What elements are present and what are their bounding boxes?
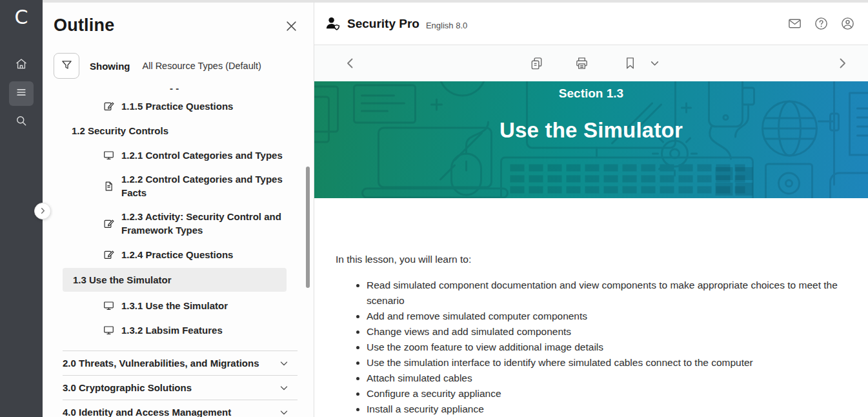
outline-section-label: 2.0 Threats, Vulnerabilities, and Migrat… bbox=[63, 358, 259, 369]
top-strip bbox=[43, 0, 868, 3]
panel-expand-button[interactable] bbox=[34, 203, 51, 219]
copy-button[interactable] bbox=[529, 56, 544, 71]
outline-item-label: 1.2 Security Controls bbox=[72, 125, 168, 136]
close-icon bbox=[286, 23, 297, 34]
outline-item-label: 1.2.2 Control Categories and Types Facts bbox=[121, 172, 284, 199]
edit-icon bbox=[103, 101, 114, 112]
chevron-down-icon bbox=[279, 383, 288, 392]
outline-list: - - 1.1.5 Practice Questions 1.2 Securit… bbox=[43, 85, 314, 417]
previous-page-button[interactable] bbox=[344, 57, 357, 70]
account-button[interactable] bbox=[840, 16, 855, 32]
outline-section-3-0[interactable]: 3.0 Cryptographic Solutions bbox=[63, 375, 298, 400]
outline-item-label: 1.2.1 Control Categories and Types bbox=[121, 148, 283, 162]
monitor-icon bbox=[103, 300, 114, 311]
lesson-intro: In this lesson, you will learn to: bbox=[336, 252, 842, 267]
outline-item-label: 1.2.3 Activity: Security Control and Fra… bbox=[121, 210, 284, 237]
search-icon bbox=[15, 114, 28, 130]
course-edition: English 8.0 bbox=[426, 21, 467, 30]
edit-icon bbox=[103, 249, 114, 260]
outline-item-1-2[interactable]: 1.2 Security Controls bbox=[43, 118, 314, 143]
outline-item-label: 1.2.4 Practice Questions bbox=[121, 248, 233, 261]
course-title: Security Pro bbox=[347, 17, 419, 31]
filter-funnel-icon bbox=[61, 59, 73, 74]
outline-title: Outline bbox=[54, 15, 114, 36]
outline-item-partial[interactable]: - - bbox=[43, 85, 314, 94]
lesson-objectives-list: Read simulated component documentation a… bbox=[336, 278, 842, 417]
outline-item-1-3-selected[interactable]: 1.3 Use the Simulator bbox=[63, 268, 287, 292]
outline-item-1-2-2[interactable]: 1.2.2 Control Categories and Types Facts bbox=[43, 167, 314, 205]
edit-icon bbox=[103, 218, 114, 229]
print-button[interactable] bbox=[574, 56, 589, 71]
lesson-objective: Use the zoom feature to view additional … bbox=[367, 340, 842, 355]
monitor-icon bbox=[103, 150, 114, 161]
sidebar-item-search[interactable] bbox=[9, 110, 34, 134]
sidebar-item-outline[interactable] bbox=[9, 81, 34, 106]
chevron-down-icon bbox=[279, 408, 288, 417]
outline-section-4-0[interactable]: 4.0 Identity and Access Management bbox=[63, 400, 298, 417]
mail-button[interactable] bbox=[787, 16, 802, 32]
main-content: Security Pro English 8.0 bbox=[314, 3, 868, 417]
lesson-title: Use the Simulator bbox=[314, 118, 868, 143]
sidebar-item-home[interactable] bbox=[9, 53, 34, 77]
filter-button[interactable] bbox=[54, 53, 79, 79]
outline-item-1-2-3[interactable]: 1.2.3 Activity: Security Control and Fra… bbox=[43, 205, 314, 242]
lesson-objective: Change views and add simulated component… bbox=[367, 324, 842, 340]
outline-item-label: 1.3 Use the Simulator bbox=[73, 274, 172, 285]
lesson-banner: Section 1.3 Use the Simulator bbox=[314, 81, 868, 198]
outline-section-label: 4.0 Identity and Access Management bbox=[63, 407, 231, 417]
chevron-down-icon bbox=[279, 359, 288, 368]
user-shield-icon bbox=[325, 15, 341, 32]
outline-panel: Outline Showing All Resource Types (Defa… bbox=[43, 0, 314, 417]
outline-item-label: 1.1.5 Practice Questions bbox=[121, 99, 233, 113]
lesson-objective: Attach simulated cables bbox=[367, 371, 842, 386]
chevron-right-icon bbox=[39, 205, 46, 217]
menu-icon bbox=[15, 86, 28, 101]
help-button[interactable] bbox=[813, 16, 829, 32]
filter-value[interactable]: All Resource Types (Default) bbox=[143, 61, 261, 71]
outline-item-label: 1.3.1 Use the Simulator bbox=[121, 299, 228, 312]
monitor-icon bbox=[103, 325, 114, 336]
next-page-button[interactable] bbox=[836, 57, 849, 70]
outline-section-2-0[interactable]: 2.0 Threats, Vulnerabilities, and Migrat… bbox=[63, 351, 298, 375]
close-outline-button[interactable] bbox=[286, 21, 297, 34]
outline-scrollbar[interactable] bbox=[306, 167, 310, 288]
document-icon bbox=[103, 181, 114, 192]
lesson-objective: Configure a security appliance bbox=[367, 386, 842, 402]
section-label: Section 1.3 bbox=[314, 81, 868, 101]
bookmark-button[interactable] bbox=[623, 56, 638, 71]
outline-item-1-3-1[interactable]: 1.3.1 Use the Simulator bbox=[43, 293, 314, 318]
outline-item-1-2-1[interactable]: 1.2.1 Control Categories and Types bbox=[43, 143, 314, 167]
outline-item-label: 1.3.2 Labsim Features bbox=[121, 323, 223, 337]
home-icon bbox=[15, 57, 28, 73]
lesson-objective: Install a security appliance bbox=[367, 402, 842, 417]
lesson-body: In this lesson, you will learn to: Read … bbox=[314, 198, 868, 417]
lesson-objective: Use the simulation interface to identify… bbox=[367, 355, 842, 371]
filter-label: Showing bbox=[90, 61, 130, 72]
outline-item-1-1-5[interactable]: 1.1.5 Practice Questions bbox=[43, 94, 314, 118]
lesson-toolbar bbox=[314, 45, 868, 81]
outline-item-1-2-4[interactable]: 1.2.4 Practice Questions bbox=[43, 242, 314, 267]
app-logo: C bbox=[15, 8, 28, 27]
course-header: Security Pro English 8.0 bbox=[314, 3, 868, 45]
bookmark-menu-button[interactable] bbox=[650, 59, 660, 68]
outline-item-1-3-2[interactable]: 1.3.2 Labsim Features bbox=[43, 318, 314, 342]
lesson-objective: Read simulated component documentation a… bbox=[367, 278, 842, 309]
lesson-objective: Add and remove simulated computer compon… bbox=[367, 309, 842, 324]
outline-section-label: 3.0 Cryptographic Solutions bbox=[63, 382, 192, 393]
